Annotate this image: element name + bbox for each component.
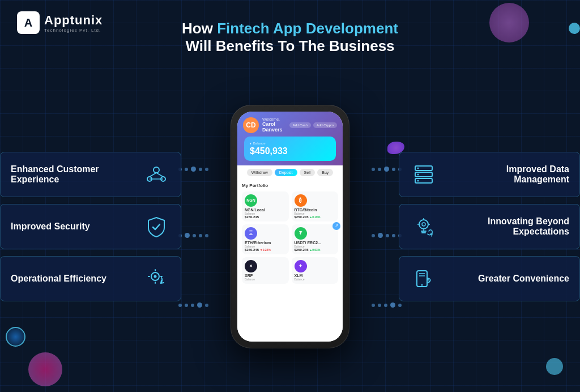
connector-dots-right-3 [372,302,402,308]
benefit-label-innovating-beyond-expectations: Innovating BeyondExpectations [445,216,569,237]
deco-circle-purple [489,3,529,42]
coin-change-usdt: ▲0.03% [309,248,320,252]
connector-dots-left-2 [178,233,208,238]
coin-balance-usdt: $250.245 ▲0.03% [295,248,336,252]
coin-name-btc: BTC/Bitcoin [295,208,336,212]
logo-icon: A [17,11,40,34]
benefit-label-operational-efficiency: Operational Efficiency [11,274,135,284]
headline-line2: Will Benefits To The Business [182,37,398,55]
app-top-row: CD Welcome, Carol Danvers Add Cash Add C… [243,117,337,133]
app-buy-btn[interactable]: Buy [317,169,333,176]
coin-change-btc: ▲0.19% [309,215,320,219]
dot [384,304,387,307]
dot [398,304,402,307]
coin-balance-label-xrp: Balance [245,278,286,281]
portfolio-title: My Portfolio [242,183,338,188]
dot [378,304,381,307]
header: How Fintech App Development Will Benefit… [182,17,398,55]
coin-balance-btc: $250.245 ▲0.19% [295,215,336,219]
headline-prefix: How [182,20,217,37]
dot [378,168,381,171]
app-add-cash-btn[interactable]: Add Cash [289,122,311,128]
phone-screen: CD Welcome, Carol Danvers Add Cash Add C… [237,112,343,342]
coin-name-ngn: NGN/Local [245,208,286,212]
app-deposit-btn[interactable]: Deposit [275,169,297,176]
app-balance-amount: $450,933 [250,146,330,156]
portfolio-item-eth: Ξ ETH/Etherium Balance $250.245 ▼0.22% [242,224,289,254]
logo-subtitle: Technologies Pvt. Ltd. [44,28,103,33]
dot [185,304,188,307]
shield-check-icon [142,212,170,241]
headline-line1: How Fintech App Development [182,20,398,37]
logo-text-area: Apptunix Technologies Pvt. Ltd. [44,13,103,33]
dot [372,234,375,237]
svg-point-0 [153,167,159,173]
svg-point-11 [417,167,419,169]
dot [199,234,202,237]
svg-line-4 [156,173,163,177]
server-network-icon [410,160,438,189]
connector-dots-left-1 [178,167,208,172]
user-network-icon [142,160,170,189]
content-area: Enhanced CustomerExperience Improved Sec… [0,61,580,392]
dot [193,234,196,237]
deco-circle-blue [569,23,580,34]
dot [178,304,182,307]
coin-balance-ngn: $250.245 [245,215,286,219]
benefit-card-improved-data-management: Improved DataManagement [399,152,580,197]
app-user-name: Carol Danvers [262,121,289,133]
dot [372,304,375,307]
svg-point-12 [417,173,419,175]
svg-point-14 [419,220,428,229]
phone-outer: CD Welcome, Carol Danvers Add Cash Add C… [231,105,349,348]
ngn-icon: NGN [245,194,257,207]
benefit-label-greater-convenience: Greater Convenience [445,274,569,284]
coin-balance-label-xlm: Balance [295,278,336,281]
coin-name-eth: ETH/Etherium [245,241,286,245]
svg-point-21 [421,284,423,286]
app-welcome: Welcome, Carol Danvers [262,117,289,133]
main-container: A Apptunix Technologies Pvt. Ltd. How Fi… [0,0,580,392]
dot [191,167,196,172]
phone-container: CD Welcome, Carol Danvers Add Cash Add C… [231,105,349,348]
dot [191,304,194,307]
connector-dots-right-2 [372,233,402,238]
connector-dots-right-1 [372,167,402,172]
app-top-buttons: Add Cash Add Crypto [289,122,337,128]
benefit-card-greater-convenience: Greater Convenience [399,256,580,301]
app-avatar: CD [243,117,259,133]
benefit-label-improved-data-management: Improved DataManagement [445,164,569,185]
portfolio-item-xrp: ✕ XRP Balance [242,257,289,284]
dot [185,168,188,171]
portfolio-item-usdt: ₮ ↗ USDT/ ERC2... Balance $250.245 ▲0.03… [292,224,339,254]
usdt-icon: ₮ [295,227,307,240]
app-add-crypto-btn[interactable]: Add Crypto [313,122,337,128]
app-balance-card: Balance $450,933 [244,137,336,161]
dot [205,304,208,307]
btc-icon: ₿ [295,194,307,207]
app-withdraw-btn[interactable]: Withdraw [247,169,272,176]
svg-line-3 [150,173,156,177]
lightbulb-gear-icon [410,212,438,241]
headline: How Fintech App Development Will Benefit… [182,20,398,55]
dot [197,302,202,308]
dot [392,234,395,237]
benefit-label-enhanced-customer-experience: Enhanced CustomerExperience [11,164,135,185]
connector-dots-left-3 [178,302,208,308]
dot [378,233,383,238]
eth-icon: Ξ [245,227,257,240]
dot [372,168,375,171]
app-actions: Withdraw Deposit Sell Buy [237,165,343,180]
dot [392,168,395,171]
app-welcome-text: Welcome, [262,117,289,121]
app-sell-btn[interactable]: Sell [300,169,315,176]
portfolio-item-btc: ₿ BTC/Bitcoin Balance $250.245 ▲0.19% [292,191,339,221]
svg-point-13 [417,180,419,181]
coin-balance-eth: $250.245 ▼0.22% [245,248,286,252]
coin-name-usdt: USDT/ ERC2... [295,241,336,245]
usdt-badge: ↗ [332,222,340,230]
xrp-icon: ✕ [245,260,257,272]
svg-point-15 [422,223,425,226]
dot [199,168,202,171]
portfolio-item-ngn: NGN NGN/Local Balance $250.245 [242,191,289,221]
